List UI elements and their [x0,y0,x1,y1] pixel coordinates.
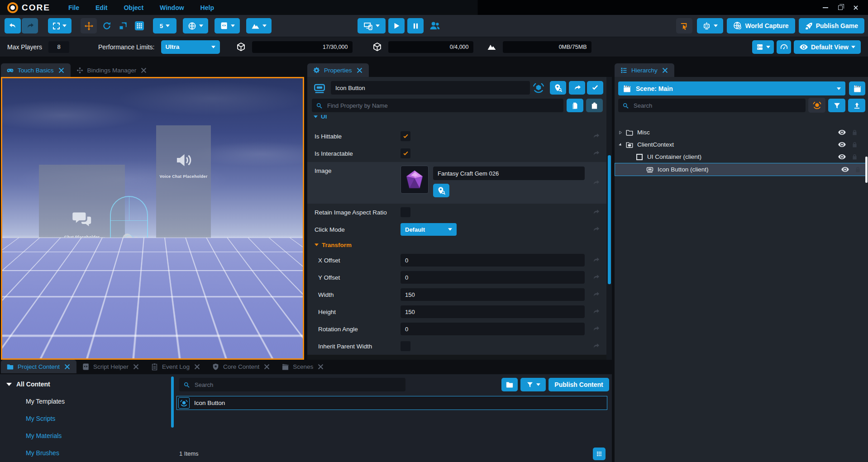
network-debug-button[interactable] [808,98,825,113]
reset-icon[interactable] [592,225,600,233]
content-search-input[interactable] [194,381,401,389]
width-field[interactable] [401,288,585,301]
snap-grid-button[interactable] [131,18,148,33]
hierarchy-row-clientcontext[interactable]: ClientContext [615,138,863,151]
image-find-button[interactable] [433,184,449,197]
tab-event-log[interactable]: Event Log [145,360,206,373]
tree-my-materials[interactable]: My Materials [26,432,62,439]
property-searchbox[interactable] [312,99,563,112]
lock-icon[interactable] [851,153,858,160]
close-icon[interactable] [140,67,148,74]
redo-button[interactable] [22,18,38,33]
reset-icon[interactable] [592,256,600,264]
reset-icon[interactable] [592,342,600,350]
close-icon[interactable] [853,5,859,11]
close-icon[interactable] [132,363,140,371]
save-dropdown[interactable] [752,40,774,54]
copy-properties-button[interactable] [567,99,583,112]
properties-scrollbar-thumb[interactable] [608,155,611,284]
inherit-parent-width-checkbox[interactable] [401,341,410,351]
performance-gauge-button[interactable] [777,40,791,54]
height-field[interactable] [401,305,585,318]
assistant-dropdown[interactable] [697,18,723,33]
close-icon[interactable] [193,363,201,371]
tab-script-helper[interactable]: Script Helper [76,360,145,373]
publish-game-button[interactable]: Publish Game [799,18,864,33]
visibility-icon[interactable] [838,152,846,161]
lock-icon[interactable] [851,141,858,148]
content-item-icon-button[interactable]: Icon Button [176,396,607,410]
close-icon[interactable] [263,363,271,371]
pointer-mode-button[interactable] [676,18,692,33]
revert-button[interactable] [569,81,585,95]
performance-limits-dropdown[interactable]: Ultra [161,40,220,54]
apply-button[interactable] [587,81,603,95]
preview-device-dropdown[interactable] [358,18,386,33]
reset-icon[interactable] [592,308,600,316]
close-icon[interactable] [356,67,363,74]
content-searchbox[interactable] [179,378,405,391]
close-icon[interactable] [63,363,71,371]
hierarchy-row-icon-button-selected[interactable]: Icon Button (client) [615,163,866,176]
reset-icon[interactable] [592,149,600,157]
max-players-value[interactable]: 8 [48,41,69,53]
tree-all-content[interactable]: All Content [6,381,50,388]
paste-properties-button[interactable] [586,99,603,112]
image-thumbnail[interactable] [401,166,429,194]
restore-icon[interactable] [838,5,843,10]
script-dropdown[interactable] [215,18,240,33]
rotation-angle-field[interactable] [401,323,585,335]
retain-aspect-checkbox[interactable] [401,207,410,217]
hierarchy-search-input[interactable] [633,102,801,110]
horizontal-scroll-track[interactable] [307,355,606,360]
close-icon[interactable] [317,363,324,371]
section-transform[interactable]: Transform [307,238,612,252]
hierarchy-row-misc[interactable]: Misc [615,126,863,138]
reset-icon[interactable] [592,179,600,187]
reset-icon[interactable] [592,132,600,140]
hierarchy-scrollbar-thumb[interactable] [865,157,868,183]
menu-help[interactable]: Help [200,4,214,11]
content-filter-dropdown[interactable] [520,378,546,391]
world-mode-dropdown[interactable] [183,18,208,33]
property-search-input[interactable] [326,102,559,110]
minimize-icon[interactable] [823,7,828,8]
tab-bindings-manager[interactable]: Bindings Manager [71,63,153,77]
tree-my-templates[interactable]: My Templates [26,398,65,405]
click-mode-dropdown[interactable]: Default [401,223,457,236]
image-name-field[interactable] [433,167,585,180]
tree-my-scripts[interactable]: My Scripts [26,415,55,422]
world-capture-button[interactable]: World Capture [727,18,795,33]
reset-icon[interactable] [592,325,600,333]
new-folder-button[interactable] [501,378,518,391]
reset-icon[interactable] [592,273,600,281]
x-offset-field[interactable] [401,254,585,267]
close-icon[interactable] [57,67,65,74]
expand-collapsed-icon[interactable] [618,130,623,135]
select-tool-dropdown[interactable] [48,18,72,33]
menu-file[interactable]: File [68,4,79,11]
visibility-icon[interactable] [838,128,846,137]
close-icon[interactable] [661,67,669,74]
tab-touch-basics[interactable]: Touch Basics [1,63,71,77]
reset-icon[interactable] [592,208,600,216]
pause-button[interactable] [407,18,424,33]
hierarchy-row-ui-container[interactable]: UI Container (client) [615,151,863,163]
hierarchy-filter-button[interactable] [828,99,845,112]
tree-my-brushes[interactable]: My Brushes [26,449,59,457]
is-hittable-checkbox[interactable] [401,131,410,141]
play-button[interactable] [388,18,405,33]
tab-properties[interactable]: Properties [307,63,369,77]
hierarchy-searchbox[interactable] [618,99,806,112]
publish-content-button[interactable]: Publish Content [548,378,609,391]
find-in-scene-button[interactable] [550,81,566,95]
menu-object[interactable]: Object [124,4,143,11]
caret-down-icon[interactable] [6,382,12,386]
terrain-dropdown[interactable] [246,18,272,33]
scale-tool-button[interactable] [115,18,131,33]
undo-button[interactable] [5,18,21,33]
viewport-3d[interactable]: + + + + + + + + + + Chat Placeholder [2,78,303,358]
hierarchy-export-button[interactable] [848,99,865,112]
rotate-tool-button[interactable] [99,18,115,33]
y-offset-field[interactable] [401,271,585,284]
